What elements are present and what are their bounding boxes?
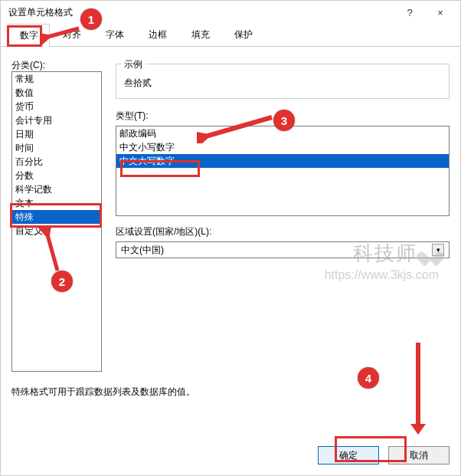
dialog-title: 设置单元格格式 bbox=[8, 6, 394, 19]
type-item-zip[interactable]: 邮政编码 bbox=[116, 126, 449, 140]
locale-select[interactable]: 中文(中国) ▾ bbox=[116, 241, 450, 258]
tab-font[interactable]: 字体 bbox=[94, 23, 136, 46]
locale-value: 中文(中国) bbox=[121, 244, 164, 257]
tab-border[interactable]: 边框 bbox=[137, 23, 178, 46]
category-label: 分类(C): bbox=[11, 59, 45, 72]
right-panel: 示例 叁拾贰 类型(T): 邮政编码 中文小写数字 中文大写数字 区域设置(国家… bbox=[116, 59, 450, 258]
type-item-chinese-upper[interactable]: 中文大写数字 bbox=[116, 154, 449, 168]
tab-alignment[interactable]: 对齐 bbox=[51, 23, 93, 46]
category-item-scientific[interactable]: 科学记数 bbox=[12, 182, 101, 196]
type-list[interactable]: 邮政编码 中文小写数字 中文大写数字 bbox=[116, 126, 450, 216]
category-item-currency[interactable]: 货币 bbox=[12, 100, 101, 113]
category-item-fraction[interactable]: 分数 bbox=[12, 169, 101, 182]
cancel-button[interactable]: 取消 bbox=[388, 446, 450, 465]
chevron-down-icon: ▾ bbox=[432, 244, 444, 256]
category-item-general[interactable]: 常规 bbox=[12, 72, 101, 86]
tab-number[interactable]: 数字 bbox=[8, 24, 50, 47]
type-item-chinese-lower[interactable]: 中文小写数字 bbox=[116, 140, 449, 154]
category-item-time[interactable]: 时间 bbox=[12, 141, 101, 155]
category-item-percentage[interactable]: 百分比 bbox=[12, 155, 101, 169]
category-item-text[interactable]: 文本 bbox=[12, 196, 101, 210]
type-label: 类型(T): bbox=[116, 110, 450, 123]
sample-box: 示例 叁拾贰 bbox=[116, 64, 450, 99]
help-button[interactable]: ? bbox=[394, 2, 425, 23]
close-button[interactable]: × bbox=[425, 2, 456, 23]
category-item-special[interactable]: 特殊 bbox=[12, 210, 101, 224]
sample-label: 示例 bbox=[121, 58, 145, 71]
dialog-buttons: 确定 取消 bbox=[318, 446, 450, 465]
category-item-number[interactable]: 数值 bbox=[12, 86, 101, 100]
sample-value: 叁拾贰 bbox=[124, 77, 441, 90]
format-cells-dialog: 设置单元格格式 ? × 数字 对齐 字体 边框 填充 保护 分类(C): 常规 … bbox=[0, 0, 461, 476]
description-text: 特殊格式可用于跟踪数据列表及数据库的值。 bbox=[11, 386, 195, 437]
tab-protection[interactable]: 保护 bbox=[223, 23, 264, 46]
category-item-custom[interactable]: 自定义 bbox=[12, 224, 101, 238]
dialog-content: 分类(C): 常规 数值 货币 会计专用 日期 时间 百分比 分数 科学记数 文… bbox=[1, 48, 460, 429]
ok-button[interactable]: 确定 bbox=[318, 446, 379, 465]
category-item-accounting[interactable]: 会计专用 bbox=[12, 113, 101, 127]
tab-fill[interactable]: 填充 bbox=[180, 23, 221, 46]
category-list[interactable]: 常规 数值 货币 会计专用 日期 时间 百分比 分数 科学记数 文本 特殊 自定… bbox=[11, 71, 102, 372]
category-item-date[interactable]: 日期 bbox=[12, 127, 101, 141]
tab-bar: 数字 对齐 字体 边框 填充 保护 bbox=[1, 24, 460, 47]
titlebar: 设置单元格格式 ? × bbox=[1, 1, 460, 24]
locale-label: 区域设置(国家/地区)(L): bbox=[116, 225, 450, 238]
